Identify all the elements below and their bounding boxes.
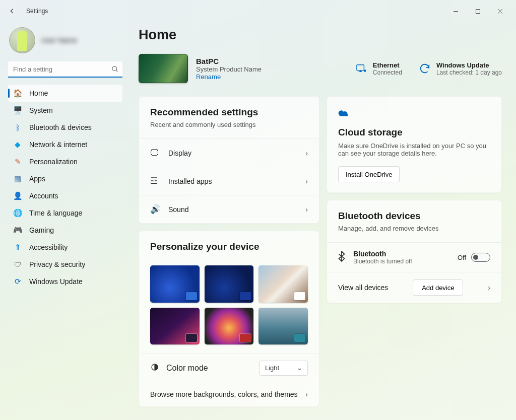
bluetooth-sub: Manage, add, and remove devices (338, 225, 490, 232)
chevron-right-icon[interactable]: › (488, 284, 490, 292)
sidebar-item-label: Home (29, 89, 48, 97)
browse-more-row[interactable]: Browse more backgrounds, colors, and the… (139, 382, 319, 406)
add-device-button[interactable]: Add device (413, 279, 463, 296)
maximize-button[interactable] (467, 4, 489, 19)
search-input[interactable] (8, 61, 122, 78)
theme-option-5[interactable] (205, 308, 254, 345)
sidebar-item-accounts[interactable]: 👤Accounts (8, 187, 122, 204)
search-icon (111, 65, 118, 74)
sidebar-item-label: Apps (29, 175, 45, 183)
row-icon: 🔊 (150, 204, 160, 215)
sidebar-item-home[interactable]: 🏠Home (8, 85, 122, 102)
ethernet-icon (356, 63, 367, 74)
chevron-right-icon: › (305, 205, 308, 214)
minimize-button[interactable] (444, 4, 467, 19)
chevron-right-icon: › (305, 149, 308, 157)
color-mode-label: Color mode (166, 364, 208, 373)
status-ethernet[interactable]: Ethernet Connected (356, 61, 402, 76)
sidebar-item-label: Time & language (29, 209, 82, 217)
theme-swatch (294, 292, 305, 300)
network-internet-icon: ◆ (13, 140, 22, 149)
row-label: Sound (168, 205, 188, 214)
personalization-icon: ✎ (13, 157, 22, 166)
browse-more-label: Browse more backgrounds, colors, and the… (150, 390, 298, 398)
color-mode-value: Light (265, 364, 279, 372)
setting-row-installed-apps[interactable]: ☲Installed apps› (139, 167, 319, 195)
device-thumbnail (139, 54, 188, 83)
color-mode-icon (150, 363, 159, 374)
chevron-right-icon: › (305, 390, 308, 398)
view-all-devices-link[interactable]: View all devices (338, 284, 388, 292)
app-title: Settings (26, 8, 48, 15)
wu-sub: Last checked: 1 day ago (436, 69, 502, 76)
wu-title: Windows Update (436, 61, 502, 69)
row-label: Installed apps (168, 177, 212, 185)
bluetooth-toggle-state: Off (458, 254, 466, 261)
sidebar-item-gaming[interactable]: 🎮Gaming (8, 222, 122, 239)
page-title: Home (139, 27, 502, 43)
svg-point-1 (112, 66, 117, 71)
bluetooth-card: Bluetooth devices Manage, add, and remov… (327, 200, 502, 303)
install-onedrive-button[interactable]: Install OneDrive (338, 166, 400, 182)
theme-option-2[interactable] (205, 265, 254, 303)
sidebar-item-label: Privacy & security (29, 260, 85, 268)
cloud-card: Cloud storage Make sure OneDrive is inst… (327, 96, 502, 193)
gaming-icon: 🎮 (13, 226, 22, 235)
theme-swatch (186, 292, 197, 300)
personalize-title: Personalize your device (150, 241, 308, 252)
device-rename-link[interactable]: Rename (196, 73, 262, 81)
theme-option-1[interactable] (150, 265, 200, 303)
chevron-down-icon: ⌄ (297, 364, 302, 372)
profile[interactable]: User Name (9, 27, 122, 53)
profile-name: User Name (41, 36, 77, 44)
sidebar-item-privacy-security[interactable]: 🛡Privacy & security (8, 256, 122, 273)
recommended-sub: Recent and commonly used settings (150, 121, 308, 128)
sidebar-item-apps[interactable]: ▦Apps (8, 170, 122, 187)
sidebar-item-time-language[interactable]: 🌐Time & language (8, 204, 122, 222)
sidebar-item-bluetooth-devices[interactable]: ᛒBluetooth & devices (8, 119, 122, 136)
sidebar-item-network-internet[interactable]: ◆Network & internet (8, 136, 122, 153)
theme-swatch (186, 334, 197, 342)
bluetooth-toggle[interactable] (471, 253, 490, 262)
theme-swatch (240, 292, 251, 300)
svg-rect-0 (476, 9, 480, 13)
theme-swatch (294, 334, 305, 342)
color-mode-select[interactable]: Light ⌄ (260, 361, 308, 376)
sidebar-item-windows-update[interactable]: ⟳Windows Update (8, 273, 122, 290)
cloud-title: Cloud storage (338, 127, 490, 138)
theme-option-3[interactable] (259, 265, 308, 303)
avatar (9, 27, 35, 53)
cloud-desc: Make sure OneDrive is installed on your … (338, 142, 490, 157)
personalize-card: Personalize your device Color mode Light… (139, 231, 319, 407)
setting-row-display[interactable]: 🖵Display› (139, 138, 319, 167)
privacy-security-icon: 🛡 (13, 260, 22, 269)
close-button[interactable] (489, 4, 511, 19)
recommended-title: Recommended settings (150, 107, 308, 118)
sidebar-item-label: Bluetooth & devices (29, 123, 92, 131)
status-windows-update[interactable]: Windows Update Last checked: 1 day ago (419, 61, 502, 76)
recommended-card: Recommended settings Recent and commonly… (139, 96, 319, 224)
theme-option-4[interactable] (150, 308, 200, 345)
sidebar-item-label: System (29, 106, 53, 114)
back-button[interactable] (5, 4, 19, 18)
sidebar-item-system[interactable]: 🖥️System (8, 102, 122, 119)
row-label: Display (168, 149, 191, 157)
sidebar-item-personalization[interactable]: ✎Personalization (8, 153, 122, 170)
setting-row-sound[interactable]: 🔊Sound› (139, 195, 319, 223)
accounts-icon: 👤 (13, 191, 22, 200)
cloud-icon (338, 107, 490, 120)
sidebar-item-label: Network & internet (29, 141, 87, 149)
device-product: System Product Name (196, 65, 262, 73)
accessibility-icon: ⇑ (13, 243, 22, 252)
system-icon: 🖥️ (13, 106, 22, 115)
apps-icon: ▦ (13, 174, 22, 183)
sidebar-item-label: Accounts (29, 192, 58, 200)
bluetooth-icon (338, 251, 345, 264)
sidebar-item-accessibility[interactable]: ⇑Accessibility (8, 239, 122, 256)
theme-option-6[interactable] (259, 308, 308, 345)
theme-swatch (240, 334, 251, 342)
time-language-icon: 🌐 (13, 208, 22, 218)
ethernet-sub: Connected (373, 69, 402, 76)
sidebar-item-label: Accessibility (29, 243, 68, 251)
sidebar-item-label: Windows Update (29, 277, 83, 286)
